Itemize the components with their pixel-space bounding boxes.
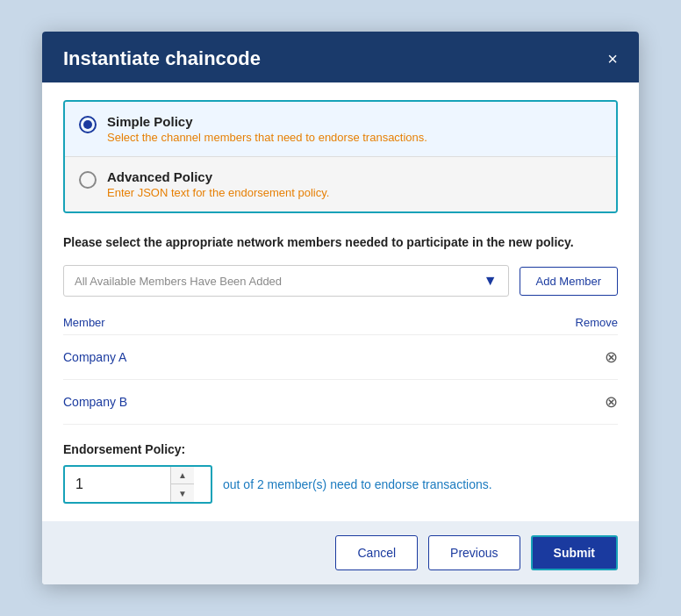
- modal-header: Instantiate chaincode ×: [42, 32, 639, 82]
- modal-body: Simple Policy Select the channel members…: [42, 82, 639, 522]
- remove-icon[interactable]: ⊗: [605, 393, 618, 411]
- advanced-policy-desc: Enter JSON text for the endorsement poli…: [107, 186, 329, 199]
- spinner-up-button[interactable]: ▲: [171, 467, 194, 484]
- member-dropdown[interactable]: All Available Members Have Been Added ▼: [63, 265, 509, 297]
- spinner-down-button[interactable]: ▼: [171, 484, 194, 502]
- member-select-row: All Available Members Have Been Added ▼ …: [63, 265, 618, 297]
- endorsement-section: ▲ ▼ out of 2 member(s) need to endorse t…: [63, 465, 618, 504]
- close-button[interactable]: ×: [607, 50, 618, 68]
- endorsement-text: out of 2 member(s) need to endorse trans…: [223, 477, 492, 491]
- simple-policy-name: Simple Policy: [107, 114, 427, 129]
- simple-policy-desc: Select the channel members that need to …: [107, 131, 427, 144]
- add-member-button[interactable]: Add Member: [520, 267, 618, 296]
- col-remove: Remove: [397, 311, 618, 335]
- simple-policy-radio-inner: [83, 120, 92, 129]
- endorsement-label: Endorsement Policy:: [63, 442, 618, 456]
- advanced-policy-label: Advanced Policy Enter JSON text for the …: [107, 169, 329, 199]
- dropdown-arrow-icon: ▼: [484, 273, 498, 289]
- modal-title: Instantiate chaincode: [63, 47, 261, 70]
- members-table: Member Remove Company A ⊗ Company B ⊗: [63, 311, 618, 425]
- submit-button[interactable]: Submit: [531, 535, 618, 570]
- simple-policy-option[interactable]: Simple Policy Select the channel members…: [65, 102, 616, 157]
- policy-options: Simple Policy Select the channel members…: [63, 100, 618, 213]
- col-member: Member: [63, 311, 397, 335]
- spinner-buttons: ▲ ▼: [170, 467, 194, 502]
- endorsement-policy-section: Endorsement Policy: ▲ ▼ out of 2 member(…: [63, 442, 618, 504]
- endorsement-input[interactable]: [65, 468, 170, 501]
- member-name: Company B: [63, 380, 397, 425]
- cancel-button[interactable]: Cancel: [335, 535, 418, 570]
- simple-policy-label: Simple Policy Select the channel members…: [107, 114, 427, 144]
- spinner-wrapper: ▲ ▼: [63, 465, 212, 504]
- advanced-policy-name: Advanced Policy: [107, 169, 329, 184]
- overlay: Instantiate chaincode × Simple Policy Se…: [0, 0, 681, 616]
- section-description: Please select the appropriate network me…: [63, 234, 618, 252]
- member-name: Company A: [63, 335, 397, 380]
- table-row: Company B ⊗: [63, 380, 618, 425]
- remove-cell: ⊗: [397, 335, 618, 380]
- modal-footer: Cancel Previous Submit: [42, 521, 639, 584]
- table-row: Company A ⊗: [63, 335, 618, 380]
- remove-icon[interactable]: ⊗: [605, 348, 618, 366]
- member-dropdown-placeholder: All Available Members Have Been Added: [75, 275, 282, 288]
- advanced-policy-option[interactable]: Advanced Policy Enter JSON text for the …: [65, 157, 616, 211]
- remove-cell: ⊗: [397, 380, 618, 425]
- advanced-policy-radio[interactable]: [79, 171, 97, 189]
- simple-policy-radio[interactable]: [79, 116, 97, 133]
- previous-button[interactable]: Previous: [428, 535, 520, 570]
- modal: Instantiate chaincode × Simple Policy Se…: [42, 32, 639, 585]
